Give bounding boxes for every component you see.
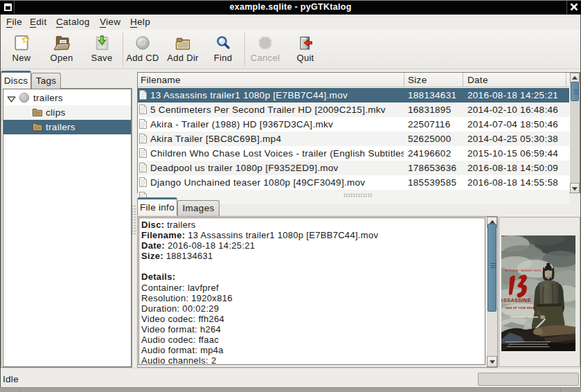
svg-text:A FILM BY TAKASHI MIIKE: A FILM BY TAKASHI MIIKE xyxy=(506,269,542,272)
svg-text:ASSASSINS: ASSASSINS xyxy=(501,297,531,303)
svg-text:TAKE UP YOUR SWORD.: TAKE UP YOUR SWORD. xyxy=(505,307,538,310)
